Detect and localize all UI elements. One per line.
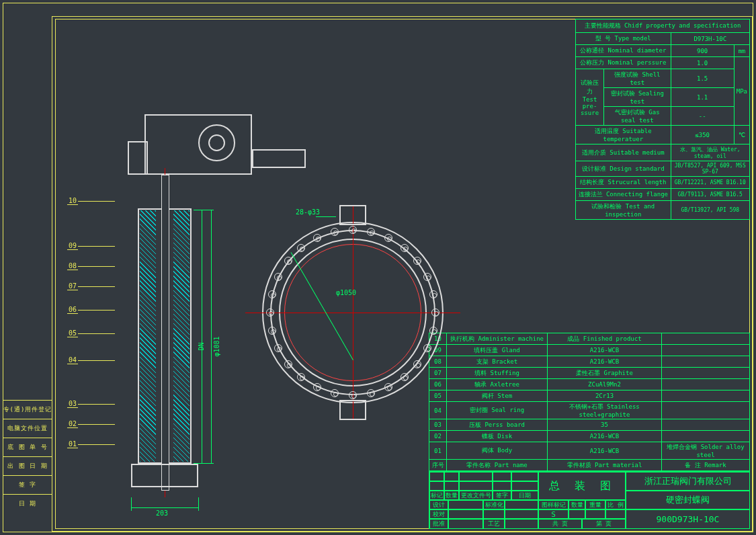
actuator-motor (252, 149, 306, 168)
part-rem (662, 390, 750, 402)
sheet: 共 页 (538, 519, 582, 529)
callout-leader (78, 360, 115, 361)
shell-label: 强度试验 Shell test (604, 69, 671, 88)
part-mat: A216-WCB (548, 442, 662, 460)
company: 浙江正瑞阀门有限公司 (626, 472, 750, 491)
hatch-right (173, 210, 190, 462)
nd-label: 公称通径 Nominal diameter (576, 45, 671, 57)
callout-num: 03 (67, 400, 78, 408)
part-rem (662, 368, 750, 379)
part-num: 03 (429, 419, 447, 431)
callout-leader (78, 424, 115, 425)
scale: 比 例 (605, 500, 626, 509)
head-mat: 零件材质 Part material (548, 460, 662, 471)
callout-leader (78, 286, 115, 287)
part-rem (662, 345, 750, 356)
temp-label: 适用温度 Suitable temperatuer (576, 126, 671, 145)
p-unit: MPa (734, 57, 749, 126)
flange-label: 连接法兰 Connecting flange (576, 189, 671, 201)
gas: -- (671, 107, 734, 126)
part-name: 填料压盖 Gland (447, 345, 548, 356)
callout-10: 10 (67, 197, 115, 205)
bolt-hole (401, 373, 409, 381)
craft: 工艺 (483, 519, 505, 529)
callout-num: 06 (67, 306, 78, 314)
callout-01: 01 (67, 440, 115, 448)
part-mat: 柔性石墨 Graphite (548, 368, 662, 379)
part-rem (662, 402, 750, 419)
titleblock: 标记 数量 更改文件号 签字 日期 设计 标准化 校对 批准 工艺 总 装 图 … (429, 471, 750, 529)
callout-06: 06 (67, 306, 115, 314)
part-name: 填料 Stuffing (447, 368, 548, 379)
bolt-hole (331, 389, 339, 397)
callout-num: 01 (67, 440, 78, 448)
type-model-label: 型 号 Type model (576, 33, 671, 45)
bolt-hole (313, 383, 321, 391)
bolt-hole (423, 273, 431, 281)
top-lug (339, 205, 366, 225)
part-name: 执行机构 Administer machine (447, 333, 548, 345)
bolt-hole (349, 391, 357, 399)
bolt-hole (413, 360, 421, 368)
pattern: 图样标记 (538, 500, 569, 509)
part-mat: 不锈钢+石墨 Stainless steel+graphite (548, 402, 662, 419)
bolt-hole (331, 228, 339, 236)
left-bom: 底 图 单 号 (3, 438, 52, 456)
callout-leader (78, 333, 115, 334)
part-rem (662, 419, 750, 431)
bolt-hole (284, 360, 292, 368)
sig: 签字 (493, 491, 511, 500)
of: 第 页 (582, 519, 626, 529)
product: 硬密封蝶阀 (626, 491, 750, 509)
np: 1.0 (671, 57, 734, 69)
dim-1081: φ1081 (213, 336, 220, 356)
bolt-hole (268, 290, 276, 298)
specs-title: 主要性能规格 Chidf property and specification (576, 19, 750, 33)
part-name: 蝶板 Disk (447, 431, 548, 442)
part-num: 08 (429, 356, 447, 368)
part-mat: A216-WCB (548, 345, 662, 356)
part-num: 05 (429, 390, 447, 402)
tp-group: 试验压力 Test pre- ssure (576, 69, 604, 126)
qty: 数量 (569, 500, 585, 509)
head-num: 序号 (429, 460, 447, 471)
bolt-hole (401, 244, 409, 252)
callout-num: 08 (67, 262, 78, 270)
callout-leader (78, 201, 115, 202)
part-num: 07 (429, 368, 447, 379)
nd-unit: mm (734, 45, 749, 57)
part-name: 轴承 Axletree (447, 379, 548, 390)
design-label: 设计标准 Design standard (576, 161, 671, 177)
bolt-hole (274, 273, 282, 281)
test-label: 试验和检验 Test and inspection (576, 201, 671, 220)
callout-04: 04 (67, 356, 115, 364)
part-name: 密封圈 Seal ring (447, 402, 548, 419)
callout-03: 03 (67, 400, 115, 408)
bolt-hole (429, 290, 437, 298)
seal-label: 密封试验 Sealing test (604, 88, 671, 107)
np-label: 公称压力 Nominal perssure (576, 57, 671, 69)
s: S (538, 509, 569, 519)
parts-table: 10执行机构 Administer machine成品 Finished pro… (429, 333, 750, 471)
stdz: 标准化 (483, 500, 505, 509)
temp: ≤350 (671, 126, 734, 145)
callout-num: 10 (67, 197, 78, 205)
callout-num: 05 (67, 329, 78, 337)
part-name: 阀体 Body (447, 442, 548, 460)
part-rem: 堆焊合金钢 Solder alloy steel (662, 442, 750, 460)
seal: 1.1 (671, 88, 734, 107)
part-num: 06 (429, 379, 447, 390)
head-rem: 备 注 Remark (662, 460, 750, 471)
specs-table: 主要性能规格 Chidf property and specification … (575, 19, 750, 220)
flange: GB/T9113, ASME B16.5 (671, 189, 749, 201)
part-mat: ZCuAl9Mn2 (548, 379, 662, 390)
callout-07: 07 (67, 282, 115, 290)
medium-label: 适用介质 Suitable medium (576, 145, 671, 161)
design: JB/T8527, API 609, MSS SP-67 (671, 161, 749, 177)
dim-holes: 28-φ33 (296, 208, 320, 216)
callout-leader (78, 246, 115, 247)
callout-02: 02 (67, 420, 115, 428)
callout-05: 05 (67, 329, 115, 337)
head-name: 零件名称 Part name (447, 460, 548, 471)
dwgno: 900D973H-10C (626, 509, 750, 529)
